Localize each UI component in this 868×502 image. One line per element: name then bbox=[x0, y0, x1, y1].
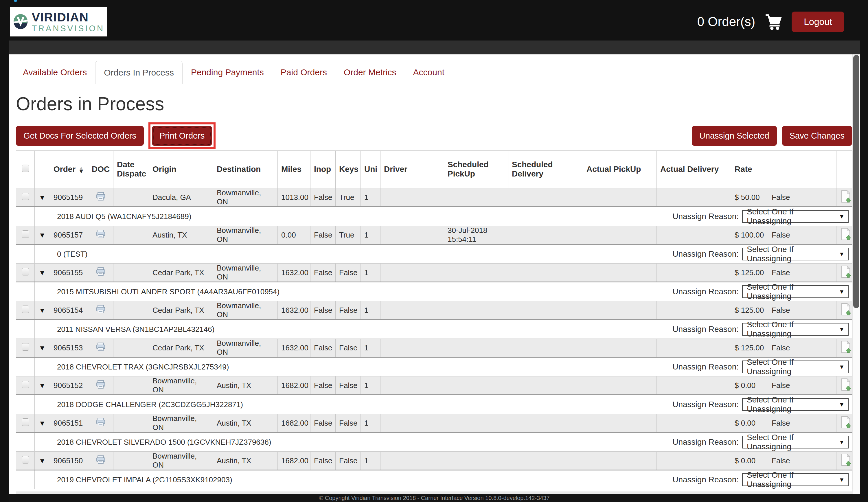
document-upload-icon[interactable] bbox=[840, 459, 851, 468]
inop: False bbox=[310, 264, 335, 282]
unassign-reason-value: Select One If Unassigning bbox=[747, 470, 839, 489]
origin: Bowmanville, ON bbox=[149, 414, 213, 432]
row-checkbox[interactable] bbox=[22, 381, 29, 388]
column-destination: Destination bbox=[213, 151, 278, 188]
chevron-down-icon: ▼ bbox=[839, 477, 845, 483]
tab-paid-orders[interactable]: Paid Orders bbox=[272, 61, 335, 84]
printer-icon[interactable] bbox=[96, 458, 106, 467]
document-upload-icon[interactable] bbox=[840, 422, 851, 430]
vehicle-description: 2018 DODGE CHALLENGER (2C3CDZGG5JH322871… bbox=[57, 400, 243, 409]
date-dispatched bbox=[113, 452, 149, 470]
unassign-reason-select[interactable]: Select One If Unassigning ▼ bbox=[742, 436, 849, 449]
tab-available-orders[interactable]: Available Orders bbox=[14, 61, 95, 84]
tab-pending-payments[interactable]: Pending Payments bbox=[183, 61, 272, 84]
actual-pickup bbox=[583, 452, 657, 470]
printer-icon[interactable] bbox=[96, 382, 106, 391]
printer-icon[interactable] bbox=[96, 420, 106, 429]
rate: $ 0.00 bbox=[731, 377, 768, 395]
doc-cell bbox=[88, 452, 113, 470]
keys: False bbox=[335, 377, 361, 395]
unassign-reason-select[interactable]: Select One If Unassigning ▼ bbox=[742, 323, 849, 336]
expand-row-caret[interactable]: ▼ bbox=[39, 269, 46, 277]
miles: 1682.00 bbox=[278, 414, 310, 432]
unassign-reason-value: Select One If Unassigning bbox=[747, 433, 839, 451]
order-number: 9065159 bbox=[50, 188, 88, 207]
expand-row-caret[interactable]: ▼ bbox=[39, 419, 46, 427]
expand-row-caret[interactable]: ▼ bbox=[39, 231, 46, 239]
brand-logo[interactable]: VIRIDIAN TRANSVISION bbox=[10, 7, 107, 37]
date-dispatched bbox=[113, 188, 149, 207]
order-row: ▼ 9065154 Cedar Park, TX Bowmanville, ON… bbox=[16, 301, 852, 320]
document-upload-icon[interactable] bbox=[840, 384, 851, 393]
unassign-reason-select[interactable]: Select One If Unassigning ▼ bbox=[742, 285, 849, 298]
sort-icon[interactable]: ▲▼ bbox=[79, 166, 84, 173]
miles: 1682.00 bbox=[278, 377, 310, 395]
unassign-reason-select[interactable]: Select One If Unassigning ▼ bbox=[742, 210, 849, 223]
screenshot-artifact bbox=[14, 0, 17, 2]
expand-row-caret[interactable]: ▼ bbox=[39, 194, 46, 201]
expand-row-caret[interactable]: ▼ bbox=[39, 306, 46, 314]
actual-pickup bbox=[583, 414, 657, 432]
get-docs-button[interactable]: Get Docs For Selected Orders bbox=[16, 126, 144, 146]
scrollbar-thumb[interactable] bbox=[853, 55, 859, 308]
column-driver: Driver bbox=[381, 151, 444, 188]
origin: Cedar Park, TX bbox=[149, 339, 213, 357]
origin: Bowmanville, ON bbox=[149, 452, 213, 470]
order-row: ▼ 9065157 Austin, TX Bowmanville, ON 0.0… bbox=[16, 226, 852, 245]
unassign-reason-select[interactable]: Select One If Unassigning ▼ bbox=[742, 398, 849, 411]
print-orders-button[interactable]: Print Orders bbox=[152, 126, 212, 146]
origin: Dacula, GA bbox=[149, 188, 213, 207]
row-checkbox[interactable] bbox=[22, 268, 29, 275]
unassign-reason-label: Unassign Reason: bbox=[672, 287, 739, 296]
scrollbar-track[interactable] bbox=[852, 54, 860, 494]
row-checkbox[interactable] bbox=[22, 456, 29, 463]
actual-pickup bbox=[583, 188, 657, 207]
tab-order-metrics[interactable]: Order Metrics bbox=[335, 61, 405, 84]
destination: Bowmanville, ON bbox=[213, 339, 278, 357]
unassign-reason-value: Select One If Unassigning bbox=[747, 320, 839, 339]
document-upload-icon[interactable] bbox=[840, 196, 851, 205]
unassign-reason-select[interactable]: Select One If Unassigning ▼ bbox=[742, 473, 849, 486]
unassign-reason-label: Unassign Reason: bbox=[672, 438, 739, 447]
actual-pickup bbox=[583, 264, 657, 282]
flag: False bbox=[768, 452, 836, 470]
unassign-selected-button[interactable]: Unassign Selected bbox=[692, 126, 777, 146]
unassign-reason-select[interactable]: Select One If Unassigning ▼ bbox=[742, 360, 849, 373]
driver bbox=[381, 377, 444, 395]
doc-cell bbox=[88, 414, 113, 432]
row-checkbox[interactable] bbox=[22, 343, 29, 351]
select-all-checkbox[interactable] bbox=[22, 165, 29, 172]
row-checkbox[interactable] bbox=[22, 193, 29, 200]
flag: False bbox=[768, 264, 836, 282]
cart-icon[interactable] bbox=[764, 13, 783, 30]
printer-icon[interactable] bbox=[96, 307, 106, 316]
miles: 1682.00 bbox=[278, 452, 310, 470]
origin: Cedar Park, TX bbox=[149, 301, 213, 320]
expand-row-caret[interactable]: ▼ bbox=[39, 382, 46, 389]
printer-icon[interactable] bbox=[96, 270, 106, 278]
logout-button[interactable]: Logout bbox=[792, 12, 844, 32]
printer-icon[interactable] bbox=[96, 194, 106, 203]
date-dispatched bbox=[113, 377, 149, 395]
save-changes-button[interactable]: Save Changes bbox=[782, 126, 852, 146]
document-upload-icon[interactable] bbox=[840, 234, 851, 242]
printer-icon[interactable] bbox=[96, 232, 106, 241]
document-upload-icon[interactable] bbox=[840, 309, 851, 317]
expand-row-caret[interactable]: ▼ bbox=[39, 457, 46, 465]
row-checkbox[interactable] bbox=[22, 230, 29, 238]
row-checkbox[interactable] bbox=[22, 418, 29, 426]
tab-account[interactable]: Account bbox=[405, 61, 453, 84]
inop: False bbox=[310, 339, 335, 357]
flag: False bbox=[768, 188, 836, 207]
expand-row-caret[interactable]: ▼ bbox=[39, 344, 46, 352]
row-checkbox[interactable] bbox=[22, 306, 29, 313]
order-row: ▼ 9065153 Cedar Park, TX Bowmanville, ON… bbox=[16, 339, 852, 357]
order-detail-row: 2018 DODGE CHALLENGER (2C3CDZGG5JH322871… bbox=[16, 395, 852, 414]
column-order[interactable]: Order▲▼ bbox=[50, 151, 88, 188]
printer-icon[interactable] bbox=[96, 345, 106, 354]
orders-table: Order▲▼ DOC Date Dispatc Origin Destinat… bbox=[16, 151, 852, 490]
unassign-reason-select[interactable]: Select One If Unassigning ▼ bbox=[742, 248, 849, 260]
tab-orders-in-process[interactable]: Orders In Process bbox=[95, 61, 183, 84]
document-upload-icon[interactable] bbox=[840, 271, 851, 280]
document-upload-icon[interactable] bbox=[840, 346, 851, 355]
